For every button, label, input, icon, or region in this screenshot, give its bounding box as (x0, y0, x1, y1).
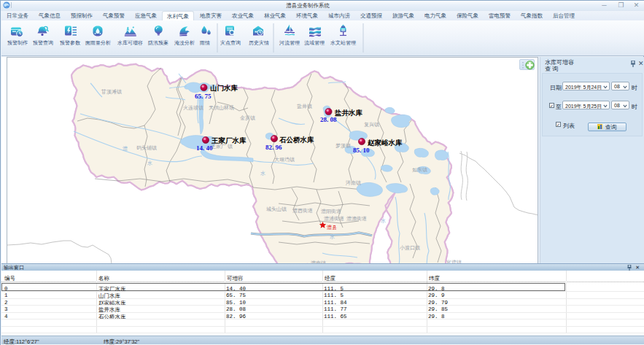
svg-text:澧西街道: 澧西街道 (292, 208, 313, 214)
svg-text:石公桥水库: 石公桥水库 (279, 136, 314, 144)
svg-text:王家厂水库: 王家厂水库 (211, 136, 247, 144)
svg-text:赵家峪水库: 赵家峪水库 (367, 139, 403, 147)
svg-text:澧阳街道: 澧阳街道 (321, 209, 341, 214)
svg-text:火连坡镇: 火连坡镇 (183, 105, 203, 111)
svg-text:城头山镇: 城头山镇 (265, 206, 287, 212)
svg-text:王家厂 镇: 王家厂 镇 (211, 144, 233, 150)
svg-text:14. 40: 14. 40 (196, 144, 213, 152)
svg-text:梦溪镇: 梦溪镇 (335, 143, 351, 149)
svg-text:水: 水 (330, 234, 335, 239)
svg-text:水: 水 (381, 218, 386, 223)
svg-text:澧浦街道: 澧浦街道 (324, 216, 344, 222)
svg-text:85. 10: 85. 10 (353, 147, 370, 154)
svg-text:涔南镇: 涔南镇 (346, 180, 361, 186)
svg-text:码头铺镇: 码头铺镇 (136, 145, 157, 151)
svg-text:盐井镇: 盐井镇 (297, 104, 312, 109)
svg-text:水: 水 (260, 171, 265, 176)
svg-text:盐井水库: 盐井水库 (334, 109, 363, 117)
svg-text:大堰垱镇: 大堰垱镇 (274, 157, 295, 163)
svg-text:小渡口镇: 小渡口镇 (400, 245, 420, 251)
svg-text:天供山林场: 天供山林场 (209, 105, 234, 111)
svg-text:82. 96: 82. 96 (265, 144, 282, 151)
svg-text:如东镇: 如东镇 (412, 167, 427, 173)
svg-text:澧澹街道: 澧澹街道 (346, 216, 367, 222)
svg-text:澧: 澧 (123, 146, 128, 151)
svg-text:65. 75: 65. 75 (195, 93, 212, 100)
svg-text:甘溪滩镇: 甘溪滩镇 (101, 89, 122, 95)
svg-text:澧县: 澧县 (327, 225, 337, 230)
svg-text:复兴镇: 复兴镇 (364, 122, 379, 128)
svg-text:水: 水 (147, 160, 152, 166)
svg-text:金罗镇: 金罗镇 (240, 115, 255, 121)
svg-text:28. 08: 28. 08 (320, 116, 337, 123)
svg-text:山门水库: 山门水库 (210, 84, 238, 92)
